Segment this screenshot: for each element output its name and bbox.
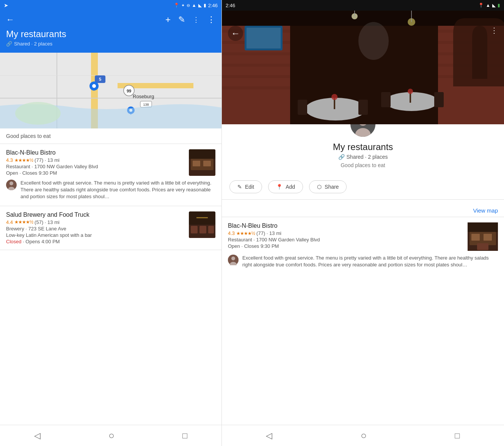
restaurant-interior bbox=[222, 11, 504, 124]
svg-rect-24 bbox=[189, 149, 215, 159]
link-icon-right: 🔗 bbox=[338, 154, 345, 160]
add-pin-icon: 📍 bbox=[276, 184, 283, 190]
add-button[interactable]: + bbox=[165, 14, 171, 25]
right-stars: ★★★★½ bbox=[236, 231, 255, 236]
place-rating-1-left: 4.3 ★★★★½ (77) · 13 mi bbox=[6, 157, 184, 163]
wifi-icon: ▲ bbox=[192, 3, 196, 8]
place-desc-2-left: Low-key Latin American spot with a bar bbox=[6, 232, 184, 238]
right-panel: 2:46 📍 ▲ ◣ ▮ bbox=[222, 0, 504, 446]
place-card-2-left[interactable]: Salud Brewery and Food Truck 4.4 ★★★★½ (… bbox=[0, 206, 221, 250]
signal-icon: ◣ bbox=[198, 3, 202, 8]
link-icon-left: 🔗 bbox=[6, 41, 12, 47]
place-type-2-left: Brewery · 723 SE Lane Ave bbox=[6, 226, 184, 232]
place-info-1: Blac-N-Bleu Bistro 4.3 ★★★★½ (77) · 13 m… bbox=[6, 149, 184, 176]
more-button-left[interactable]: ⋮ bbox=[207, 14, 215, 25]
svg-rect-76 bbox=[471, 234, 480, 241]
edit-action-btn[interactable]: ✎ Edit bbox=[229, 180, 262, 193]
place-status-2-left: Closed · Opens 4:00 PM bbox=[6, 239, 184, 244]
svg-text:5: 5 bbox=[99, 77, 101, 81]
share-action-btn[interactable]: ⬡ Share bbox=[309, 180, 347, 193]
right-place-name: Blac-N-Bleu Bistro bbox=[228, 222, 463, 229]
share-button-left[interactable]: ⋮ bbox=[193, 14, 199, 25]
share-icon: ⬡ bbox=[317, 184, 322, 190]
right-place-status: Open · Closes 9:30 PM bbox=[228, 243, 463, 249]
nav-recent-left[interactable]: □ bbox=[182, 431, 187, 441]
status-time-right: 2:46 bbox=[226, 3, 235, 8]
right-place-info: Blac-N-Bleu Bistro 4.3 ★★★★½ (77) · 13 m… bbox=[228, 222, 463, 249]
more-button-right[interactable]: ⋮ bbox=[490, 26, 498, 35]
signal-icon-right: ◣ bbox=[492, 3, 496, 8]
svg-rect-30 bbox=[191, 226, 198, 233]
action-buttons: ✎ Edit 📍 Add ⬡ Share bbox=[222, 180, 504, 193]
hero-image: ← ⋮ bbox=[222, 11, 504, 124]
place-name-1-left: Blac-N-Bleu Bistro bbox=[6, 149, 184, 156]
bluetooth-icon: ✦ bbox=[181, 3, 185, 8]
place-thumb-1-left[interactable] bbox=[189, 149, 215, 176]
wifi-icon-right: ▲ bbox=[486, 3, 490, 8]
svg-point-81 bbox=[231, 257, 235, 260]
svg-rect-77 bbox=[484, 234, 492, 241]
right-review: Excellent food with great service. The m… bbox=[228, 255, 498, 268]
list-subtitle-left: 🔗 Shared · 2 places bbox=[6, 41, 215, 47]
add-action-btn[interactable]: 📍 Add bbox=[268, 180, 303, 193]
svg-text:138: 138 bbox=[143, 103, 149, 106]
view-map-button[interactable]: View map bbox=[473, 207, 498, 214]
svg-text:Roseburg: Roseburg bbox=[133, 94, 154, 99]
list-title-left: My restaurants bbox=[6, 29, 215, 39]
right-place-type: Restaurant · 1700 NW Garden Valley Blvd bbox=[228, 237, 463, 243]
edit-button[interactable]: ✎ bbox=[178, 14, 185, 25]
status-time-left: 2:46 bbox=[208, 3, 218, 8]
divider-1 bbox=[222, 199, 504, 200]
right-review-text: Excellent food with great service. The m… bbox=[242, 255, 498, 268]
right-place-top: Blac-N-Bleu Bistro 4.3 ★★★★½ (77) · 13 m… bbox=[228, 222, 498, 251]
right-place-thumb[interactable] bbox=[468, 222, 498, 251]
profile-subtitle: 🔗 Shared · 2 places bbox=[338, 154, 388, 160]
nav-home-right[interactable]: ○ bbox=[361, 430, 367, 441]
svg-rect-68 bbox=[222, 11, 504, 124]
nav-recent-right[interactable]: □ bbox=[455, 431, 460, 441]
place-status-1-left: Open · Closes 9:30 PM bbox=[6, 170, 184, 176]
svg-text:99: 99 bbox=[127, 89, 131, 93]
navigation-arrow-icon: ➤ bbox=[4, 2, 8, 8]
right-scroll-area: My restaurants 🔗 Shared · 2 places Good … bbox=[222, 124, 504, 425]
place-info-2: Salud Brewery and Food Truck 4.4 ★★★★½ (… bbox=[6, 211, 184, 244]
minus-circle-icon: ⊖ bbox=[187, 3, 190, 8]
place-card-1-left[interactable]: Blac-N-Bleu Bistro 4.3 ★★★★½ (77) · 13 m… bbox=[0, 144, 221, 206]
stars-1-left: ★★★★½ bbox=[14, 158, 33, 163]
place-type-1-left: Restaurant · 1700 NW Garden Valley Blvd bbox=[6, 164, 184, 169]
profile-desc: Good places to eat bbox=[341, 162, 385, 168]
right-place-rating: 4.3 ★★★★½ (77) · 13 mi bbox=[228, 230, 463, 236]
left-scroll-area: Good places to eat Blac-N-Bleu Bistro 4.… bbox=[0, 128, 221, 425]
header-left: ← + ✎ ⋮ ⋮ My restaurants 🔗 Shared · 2 pl… bbox=[0, 11, 221, 53]
svg-rect-31 bbox=[199, 226, 206, 233]
profile-section: My restaurants 🔗 Shared · 2 places Good … bbox=[222, 124, 504, 174]
bottom-nav-right: ◁ ○ □ bbox=[222, 425, 504, 446]
nav-back-left[interactable]: ◁ bbox=[34, 431, 41, 441]
place-rating-2-left: 4.4 ★★★★½ (57) · 13 mi bbox=[6, 219, 184, 225]
bottom-nav-left: ◁ ○ □ bbox=[0, 425, 221, 446]
right-reviewer-avatar bbox=[228, 255, 239, 265]
view-map-row: View map bbox=[222, 206, 504, 217]
map-area[interactable]: 5 99 138 Roseburg bbox=[0, 53, 222, 128]
nav-home-left[interactable]: ○ bbox=[108, 430, 115, 441]
back-button-right[interactable]: ← bbox=[228, 26, 243, 41]
svg-rect-23 bbox=[203, 161, 211, 166]
place-thumb-2-left[interactable] bbox=[189, 211, 215, 238]
profile-title: My restaurants bbox=[333, 142, 393, 152]
battery-icon: ▮ bbox=[204, 3, 206, 8]
nav-back-right[interactable]: ◁ bbox=[266, 431, 272, 441]
right-reviews: (77) · 13 mi bbox=[256, 230, 281, 236]
svg-rect-78 bbox=[468, 222, 498, 232]
svg-rect-22 bbox=[193, 161, 200, 166]
back-button-left[interactable]: ← bbox=[6, 15, 14, 25]
battery-icon-right: ▮ bbox=[498, 3, 500, 8]
svg-point-19 bbox=[15, 102, 61, 125]
place-card-right[interactable]: Blac-N-Bleu Bistro 4.3 ★★★★½ (77) · 13 m… bbox=[222, 217, 504, 274]
svg-rect-79 bbox=[477, 243, 488, 250]
stars-2-left: ★★★★½ bbox=[14, 219, 33, 225]
status-bar-right: 2:46 📍 ▲ ◣ ▮ bbox=[222, 0, 504, 11]
svg-point-26 bbox=[9, 182, 13, 185]
svg-rect-32 bbox=[208, 226, 214, 233]
reviewer-avatar-1-left bbox=[6, 180, 17, 190]
location-icon-right: 📍 bbox=[478, 3, 484, 8]
